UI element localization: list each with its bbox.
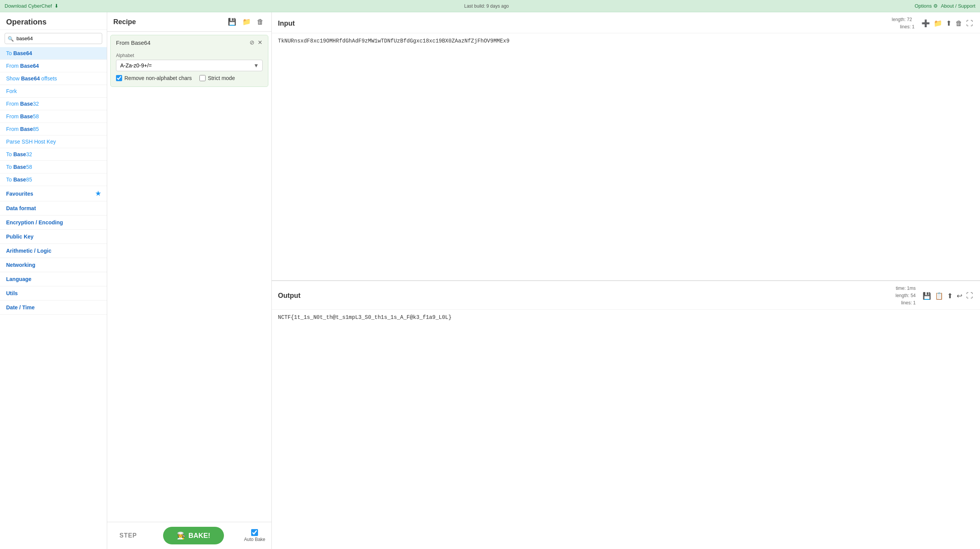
sidebar-item-public-key[interactable]: Public Key	[0, 230, 107, 244]
alphabet-select-wrap: A-Za-z0-9+/= A-Za-z0-9-_ A-Za-z0-9+/ (no…	[116, 60, 263, 71]
output-time-label: time:	[896, 286, 906, 291]
encryption-encoding-label: Encryption / Encoding	[6, 219, 63, 225]
sidebar-item-from-base85[interactable]: From Base85	[0, 123, 107, 136]
output-copy-button[interactable]: 📋	[934, 291, 944, 301]
data-format-label: Data format	[6, 205, 36, 211]
star-icon: ★	[95, 190, 101, 197]
io-panel: Input length: 72 lines: 1 ➕ 📁 ⬆ 🗑	[272, 12, 980, 549]
search-icon: 🔍	[8, 36, 14, 41]
output-section: Output time: 1ms length: 54 lines: 1 💾	[272, 281, 980, 549]
favourites-label: Favourites	[6, 191, 33, 197]
input-meta: length: 72 lines: 1	[892, 16, 915, 31]
search-input-wrap: 🔍	[5, 33, 102, 44]
download-label: Download CyberChef	[5, 3, 52, 9]
download-cyberchef-link[interactable]: Download CyberChef ⬇	[5, 3, 59, 9]
bake-button[interactable]: 🧑‍🍳 BAKE!	[163, 527, 224, 544]
sidebar-item-fork[interactable]: Fork	[0, 85, 107, 98]
auto-bake-label: Auto Bake	[244, 537, 265, 542]
topbar: Download CyberChef ⬇ Last build: 9 days …	[0, 0, 980, 12]
sidebar-item-from-base58[interactable]: From Base58	[0, 110, 107, 123]
input-header: Input length: 72 lines: 1 ➕ 📁 ⬆ 🗑	[272, 12, 980, 33]
last-build-text: Last build: 9 days ago	[464, 3, 509, 9]
auto-bake-wrap: Auto Bake	[244, 529, 265, 542]
options-label: Options	[915, 3, 932, 9]
bake-icon: 🧑‍🍳	[177, 531, 185, 540]
topbar-right: Options ⚙ About / Support	[915, 3, 975, 9]
strict-mode-checkbox-wrap[interactable]: Strict mode	[199, 75, 235, 81]
sidebar-item-to-base32[interactable]: To Base32	[0, 148, 107, 161]
language-label: Language	[6, 276, 31, 282]
output-length-value: 54	[911, 293, 916, 298]
input-fullscreen-button[interactable]: ⛶	[965, 19, 974, 28]
sidebar-item-favourites[interactable]: Favourites ★	[0, 186, 107, 201]
sidebar-item-arithmetic-logic[interactable]: Arithmetic / Logic	[0, 244, 107, 258]
recipe-card-header[interactable]: From Base64 ⊘ ✕	[111, 35, 268, 50]
remove-non-alphabet-checkbox-wrap[interactable]: Remove non-alphabet chars	[116, 75, 192, 81]
output-fullscreen-button[interactable]: ⛶	[965, 291, 974, 301]
recipe-content: From Base64 ⊘ ✕ Alphabet A-Za-z0-9+/= A-…	[107, 32, 271, 522]
sidebar-item-parse-ssh-host-key[interactable]: Parse SSH Host Key	[0, 136, 107, 148]
alphabet-select[interactable]: A-Za-z0-9+/= A-Za-z0-9-_ A-Za-z0-9+/ (no…	[116, 60, 263, 71]
clear-recipe-button[interactable]: 🗑	[255, 17, 265, 27]
search-area: 🔍	[0, 30, 107, 47]
auto-bake-checkbox[interactable]	[251, 529, 258, 536]
sidebar-item-to-base85[interactable]: To Base85	[0, 173, 107, 186]
input-upload-button[interactable]: ⬆	[945, 18, 952, 28]
load-recipe-button[interactable]: 📁	[241, 17, 252, 27]
sidebar-item-utils[interactable]: Utils	[0, 286, 107, 301]
remove-non-alphabet-checkbox[interactable]	[116, 75, 122, 81]
sidebar-item-date-time[interactable]: Date / Time	[0, 301, 107, 315]
sidebar-item-networking[interactable]: Networking	[0, 258, 107, 272]
sidebar-item-language[interactable]: Language	[0, 272, 107, 286]
sidebar-item-to-base58[interactable]: To Base58	[0, 161, 107, 173]
output-header: Output time: 1ms length: 54 lines: 1 💾	[272, 281, 980, 310]
main-layout: Operations 🔍 To Base64 From Base64 Show …	[0, 12, 980, 549]
recipe-card-disable-button[interactable]: ⊘	[250, 39, 255, 46]
save-recipe-button[interactable]: 💾	[226, 17, 238, 27]
input-length-value: 72	[907, 17, 912, 22]
strict-mode-label: Strict mode	[208, 75, 235, 81]
recipe-header: Recipe 💾 📁 🗑	[107, 12, 271, 32]
date-time-label: Date / Time	[6, 304, 34, 310]
sidebar-item-encryption-encoding[interactable]: Encryption / Encoding	[0, 216, 107, 230]
recipe-card-actions: ⊘ ✕	[250, 39, 263, 46]
step-button[interactable]: STEP	[113, 529, 143, 542]
input-add-button[interactable]: ➕	[921, 18, 931, 28]
sidebar-item-to-base64[interactable]: To Base64	[0, 47, 107, 60]
output-lines-label: lines:	[901, 300, 912, 306]
about-support-link[interactable]: About / Support	[941, 3, 975, 9]
sidebar-item-data-format[interactable]: Data format	[0, 201, 107, 216]
bake-label: BAKE!	[188, 532, 210, 540]
utils-label: Utils	[6, 290, 18, 296]
recipe-title: Recipe	[113, 18, 136, 26]
input-textarea[interactable]: TkNURnsxdF8xc19OMHRfdGhAdF9zMW1wTDNfUzBf…	[272, 33, 980, 280]
input-toolbar: ➕ 📁 ⬆ 🗑 ⛶	[921, 18, 974, 28]
recipe-card-remove-button[interactable]: ✕	[258, 39, 263, 46]
input-lines-value: 1	[912, 24, 915, 29]
alphabet-field: Alphabet A-Za-z0-9+/= A-Za-z0-9-_ A-Za-z…	[116, 53, 263, 71]
output-save-button[interactable]: 💾	[922, 291, 932, 301]
input-load-file-button[interactable]: 📁	[933, 18, 943, 28]
recipe-options: Remove non-alphabet chars Strict mode	[116, 75, 263, 81]
remove-non-alphabet-label: Remove non-alphabet chars	[124, 75, 192, 81]
options-link[interactable]: Options ⚙	[915, 3, 938, 9]
output-replace-input-button[interactable]: ⬆	[946, 291, 954, 301]
output-undo-button[interactable]: ↩	[956, 291, 963, 301]
output-title: Output	[278, 292, 301, 300]
public-key-label: Public Key	[6, 234, 34, 240]
sidebar-item-from-base64[interactable]: From Base64	[0, 60, 107, 72]
output-lines-value: 1	[913, 300, 916, 306]
alphabet-label: Alphabet	[116, 53, 263, 58]
search-input[interactable]	[5, 33, 102, 44]
sidebar-item-from-base32[interactable]: From Base32	[0, 98, 107, 110]
sidebar-item-show-base64-offsets[interactable]: Show Base64 offsets	[0, 72, 107, 85]
input-clear-button[interactable]: 🗑	[955, 19, 963, 28]
sidebar-header: Operations	[0, 12, 107, 30]
sidebar: Operations 🔍 To Base64 From Base64 Show …	[0, 12, 107, 549]
input-title: Input	[278, 20, 295, 28]
networking-label: Networking	[6, 262, 35, 268]
recipe-card-body: Alphabet A-Za-z0-9+/= A-Za-z0-9-_ A-Za-z…	[111, 50, 268, 87]
download-icon: ⬇	[54, 3, 59, 9]
strict-mode-checkbox[interactable]	[199, 75, 206, 81]
from-base64-card: From Base64 ⊘ ✕ Alphabet A-Za-z0-9+/= A-…	[110, 35, 268, 87]
